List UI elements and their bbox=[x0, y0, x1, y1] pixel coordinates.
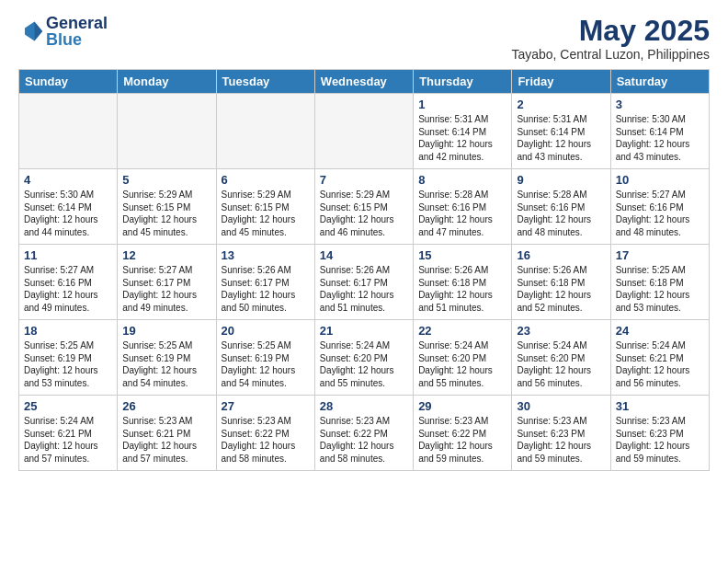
logo-text-general: General bbox=[46, 15, 108, 31]
calendar-cell: 3Sunrise: 5:30 AM Sunset: 6:14 PM Daylig… bbox=[610, 94, 709, 169]
day-number: 24 bbox=[616, 324, 704, 338]
calendar-cell bbox=[19, 94, 118, 169]
cell-info: Sunrise: 5:30 AM Sunset: 6:14 PM Dayligh… bbox=[616, 113, 704, 163]
calendar-cell: 27Sunrise: 5:23 AM Sunset: 6:22 PM Dayli… bbox=[216, 396, 314, 471]
cell-info: Sunrise: 5:27 AM Sunset: 6:16 PM Dayligh… bbox=[616, 189, 704, 238]
day-number: 4 bbox=[24, 173, 112, 187]
cell-info: Sunrise: 5:26 AM Sunset: 6:18 PM Dayligh… bbox=[418, 264, 506, 314]
calendar-cell: 23Sunrise: 5:24 AM Sunset: 6:20 PM Dayli… bbox=[512, 320, 610, 396]
cell-info: Sunrise: 5:31 AM Sunset: 6:14 PM Dayligh… bbox=[418, 113, 506, 163]
cell-info: Sunrise: 5:24 AM Sunset: 6:20 PM Dayligh… bbox=[517, 339, 605, 389]
logo-text-blue: Blue bbox=[46, 31, 108, 48]
day-number: 5 bbox=[122, 173, 210, 187]
col-header-wednesday: Wednesday bbox=[314, 70, 413, 94]
day-number: 8 bbox=[418, 173, 506, 187]
day-number: 28 bbox=[320, 399, 408, 413]
col-header-monday: Monday bbox=[118, 70, 216, 94]
day-number: 18 bbox=[24, 324, 112, 338]
page: General Blue May 2025 Tayabo, Central Lu… bbox=[0, 0, 728, 480]
calendar-cell: 6Sunrise: 5:29 AM Sunset: 6:15 PM Daylig… bbox=[216, 169, 314, 245]
calendar-cell: 13Sunrise: 5:26 AM Sunset: 6:17 PM Dayli… bbox=[216, 245, 314, 320]
day-number: 17 bbox=[616, 248, 704, 262]
cell-info: Sunrise: 5:25 AM Sunset: 6:19 PM Dayligh… bbox=[122, 339, 210, 389]
calendar-cell: 29Sunrise: 5:23 AM Sunset: 6:22 PM Dayli… bbox=[414, 396, 512, 471]
day-number: 3 bbox=[616, 98, 704, 111]
svg-marker-1 bbox=[35, 22, 43, 41]
calendar-cell: 10Sunrise: 5:27 AM Sunset: 6:16 PM Dayli… bbox=[610, 169, 709, 245]
cell-info: Sunrise: 5:24 AM Sunset: 6:21 PM Dayligh… bbox=[616, 339, 704, 389]
week-row-1: 1Sunrise: 5:31 AM Sunset: 6:14 PM Daylig… bbox=[19, 94, 710, 169]
cell-info: Sunrise: 5:29 AM Sunset: 6:15 PM Dayligh… bbox=[122, 189, 210, 238]
cell-info: Sunrise: 5:23 AM Sunset: 6:23 PM Dayligh… bbox=[616, 415, 704, 465]
calendar-cell: 17Sunrise: 5:25 AM Sunset: 6:18 PM Dayli… bbox=[610, 245, 709, 320]
col-header-thursday: Thursday bbox=[414, 70, 512, 94]
calendar-cell: 9Sunrise: 5:28 AM Sunset: 6:16 PM Daylig… bbox=[512, 169, 610, 245]
day-number: 7 bbox=[320, 173, 408, 187]
calendar-cell: 19Sunrise: 5:25 AM Sunset: 6:19 PM Dayli… bbox=[118, 320, 216, 396]
calendar-cell bbox=[118, 94, 216, 169]
calendar-cell: 26Sunrise: 5:23 AM Sunset: 6:21 PM Dayli… bbox=[118, 396, 216, 471]
month-title: May 2025 bbox=[511, 15, 710, 47]
day-number: 9 bbox=[517, 173, 605, 187]
week-row-2: 4Sunrise: 5:30 AM Sunset: 6:14 PM Daylig… bbox=[19, 169, 710, 245]
cell-info: Sunrise: 5:23 AM Sunset: 6:21 PM Dayligh… bbox=[122, 415, 210, 465]
calendar-cell: 12Sunrise: 5:27 AM Sunset: 6:17 PM Dayli… bbox=[118, 245, 216, 320]
day-number: 19 bbox=[122, 324, 210, 338]
cell-info: Sunrise: 5:29 AM Sunset: 6:15 PM Dayligh… bbox=[222, 189, 310, 238]
col-header-saturday: Saturday bbox=[610, 70, 709, 94]
cell-info: Sunrise: 5:25 AM Sunset: 6:19 PM Dayligh… bbox=[222, 339, 310, 389]
cell-info: Sunrise: 5:24 AM Sunset: 6:21 PM Dayligh… bbox=[24, 415, 112, 465]
logo-icon bbox=[18, 18, 44, 44]
day-number: 11 bbox=[24, 248, 112, 262]
week-row-4: 18Sunrise: 5:25 AM Sunset: 6:19 PM Dayli… bbox=[19, 320, 710, 396]
calendar-cell bbox=[216, 94, 314, 169]
day-number: 27 bbox=[222, 399, 310, 413]
cell-info: Sunrise: 5:24 AM Sunset: 6:20 PM Dayligh… bbox=[418, 339, 506, 389]
calendar-cell: 24Sunrise: 5:24 AM Sunset: 6:21 PM Dayli… bbox=[610, 320, 709, 396]
calendar-cell: 15Sunrise: 5:26 AM Sunset: 6:18 PM Dayli… bbox=[414, 245, 512, 320]
day-number: 1 bbox=[418, 98, 506, 111]
logo: General Blue bbox=[18, 15, 108, 48]
calendar-cell: 8Sunrise: 5:28 AM Sunset: 6:16 PM Daylig… bbox=[414, 169, 512, 245]
day-number: 31 bbox=[616, 399, 704, 413]
cell-info: Sunrise: 5:25 AM Sunset: 6:19 PM Dayligh… bbox=[24, 339, 112, 389]
calendar-cell: 2Sunrise: 5:31 AM Sunset: 6:14 PM Daylig… bbox=[512, 94, 610, 169]
day-number: 13 bbox=[222, 248, 310, 262]
cell-info: Sunrise: 5:30 AM Sunset: 6:14 PM Dayligh… bbox=[24, 189, 112, 238]
cell-info: Sunrise: 5:25 AM Sunset: 6:18 PM Dayligh… bbox=[616, 264, 704, 314]
week-row-3: 11Sunrise: 5:27 AM Sunset: 6:16 PM Dayli… bbox=[19, 245, 710, 320]
cell-info: Sunrise: 5:23 AM Sunset: 6:23 PM Dayligh… bbox=[517, 415, 605, 465]
col-header-sunday: Sunday bbox=[19, 70, 118, 94]
header: General Blue May 2025 Tayabo, Central Lu… bbox=[18, 15, 710, 62]
day-number: 22 bbox=[418, 324, 506, 338]
day-number: 6 bbox=[222, 173, 310, 187]
calendar-cell: 20Sunrise: 5:25 AM Sunset: 6:19 PM Dayli… bbox=[216, 320, 314, 396]
day-number: 10 bbox=[616, 173, 704, 187]
calendar-cell: 25Sunrise: 5:24 AM Sunset: 6:21 PM Dayli… bbox=[19, 396, 118, 471]
calendar-cell: 5Sunrise: 5:29 AM Sunset: 6:15 PM Daylig… bbox=[118, 169, 216, 245]
day-number: 16 bbox=[517, 248, 605, 262]
day-number: 20 bbox=[222, 324, 310, 338]
cell-info: Sunrise: 5:27 AM Sunset: 6:17 PM Dayligh… bbox=[122, 264, 210, 314]
title-block: May 2025 Tayabo, Central Luzon, Philippi… bbox=[511, 15, 710, 62]
day-number: 12 bbox=[122, 248, 210, 262]
day-number: 29 bbox=[418, 399, 506, 413]
cell-info: Sunrise: 5:27 AM Sunset: 6:16 PM Dayligh… bbox=[24, 264, 112, 314]
day-number: 2 bbox=[517, 98, 605, 111]
day-number: 30 bbox=[517, 399, 605, 413]
day-number: 14 bbox=[320, 248, 408, 262]
cell-info: Sunrise: 5:26 AM Sunset: 6:17 PM Dayligh… bbox=[320, 264, 408, 314]
calendar-cell: 7Sunrise: 5:29 AM Sunset: 6:15 PM Daylig… bbox=[314, 169, 413, 245]
calendar-cell: 16Sunrise: 5:26 AM Sunset: 6:18 PM Dayli… bbox=[512, 245, 610, 320]
calendar-cell bbox=[314, 94, 413, 169]
day-number: 26 bbox=[122, 399, 210, 413]
week-row-5: 25Sunrise: 5:24 AM Sunset: 6:21 PM Dayli… bbox=[19, 396, 710, 471]
calendar-cell: 4Sunrise: 5:30 AM Sunset: 6:14 PM Daylig… bbox=[19, 169, 118, 245]
calendar-cell: 22Sunrise: 5:24 AM Sunset: 6:20 PM Dayli… bbox=[414, 320, 512, 396]
calendar-cell: 14Sunrise: 5:26 AM Sunset: 6:17 PM Dayli… bbox=[314, 245, 413, 320]
calendar-cell: 21Sunrise: 5:24 AM Sunset: 6:20 PM Dayli… bbox=[314, 320, 413, 396]
calendar-cell: 28Sunrise: 5:23 AM Sunset: 6:22 PM Dayli… bbox=[314, 396, 413, 471]
calendar-cell: 11Sunrise: 5:27 AM Sunset: 6:16 PM Dayli… bbox=[19, 245, 118, 320]
calendar-cell: 18Sunrise: 5:25 AM Sunset: 6:19 PM Dayli… bbox=[19, 320, 118, 396]
calendar-cell: 30Sunrise: 5:23 AM Sunset: 6:23 PM Dayli… bbox=[512, 396, 610, 471]
